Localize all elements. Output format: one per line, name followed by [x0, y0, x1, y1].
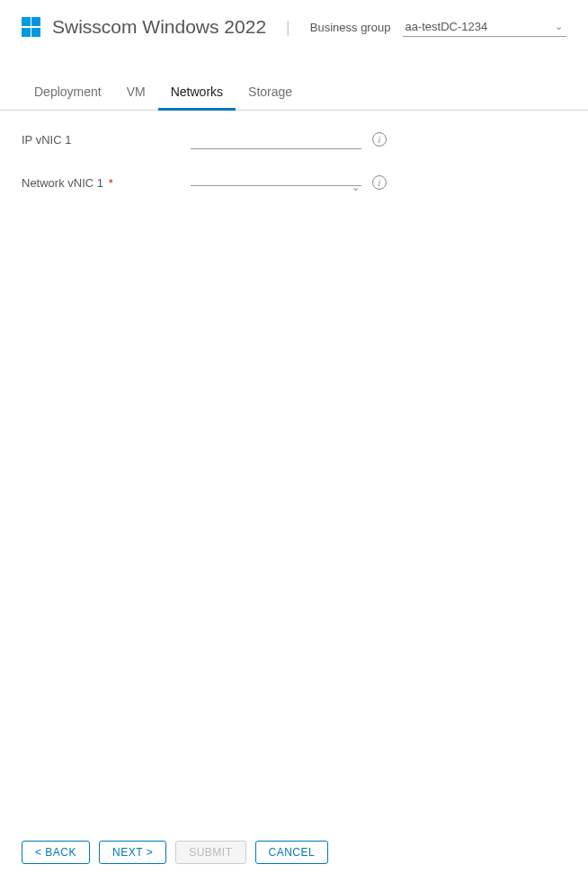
business-group-select[interactable]: aa-testDC-1234 ⌄: [403, 17, 566, 37]
business-group-label: Business group: [310, 21, 391, 34]
tab-networks[interactable]: Networks: [158, 77, 236, 111]
label-ip-vnic1: IP vNIC 1: [22, 133, 191, 147]
info-icon[interactable]: i: [372, 175, 387, 190]
required-asterisk: *: [109, 176, 113, 190]
business-group-value[interactable]: aa-testDC-1234: [403, 17, 566, 37]
cancel-button[interactable]: CANCEL: [255, 841, 329, 864]
input-ip-vnic1[interactable]: [191, 129, 361, 149]
submit-button: SUBMIT: [175, 841, 245, 864]
label-network-vnic1: Network vNIC 1 *: [22, 176, 191, 190]
row-network-vnic1: Network vNIC 1 * ⌄ i: [22, 170, 566, 195]
back-button[interactable]: < BACK: [22, 841, 90, 864]
tab-deployment[interactable]: Deployment: [22, 77, 114, 111]
label-network-vnic1-text: Network vNIC 1: [22, 176, 103, 190]
page-title: Swisscom Windows 2022: [52, 16, 266, 38]
header-divider: |: [286, 18, 290, 37]
next-button[interactable]: NEXT >: [99, 841, 166, 864]
windows-icon: [22, 17, 41, 37]
tab-storage[interactable]: Storage: [236, 77, 305, 111]
info-icon[interactable]: i: [372, 132, 387, 147]
tab-vm[interactable]: VM: [114, 77, 158, 111]
select-network-vnic1[interactable]: [191, 180, 361, 186]
tabs: Deployment VM Networks Storage: [0, 77, 588, 111]
form-panel: IP vNIC 1 i Network vNIC 1 * ⌄ i: [0, 111, 588, 229]
row-ip-vnic1: IP vNIC 1 i: [22, 127, 566, 152]
footer: < BACK NEXT > SUBMIT CANCEL: [0, 833, 588, 873]
header: Swisscom Windows 2022 | Business group a…: [0, 0, 588, 38]
